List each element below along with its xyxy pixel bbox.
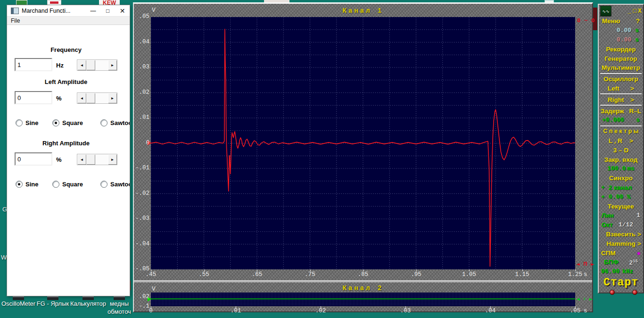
panel-text: ?	[636, 17, 640, 25]
channel1-bottom-markers[interactable]: ◄ П ►	[576, 261, 595, 267]
minimize-button[interactable]: —	[86, 8, 100, 14]
led-indicator	[632, 290, 637, 295]
oscillometer-app-icon[interactable]: ∿∿	[600, 6, 611, 17]
x-axis-label: .65	[247, 271, 267, 278]
radio-square[interactable]: Square	[52, 181, 83, 188]
x-axis-unit: s	[584, 271, 587, 278]
frequency-input[interactable]	[15, 58, 52, 71]
scroll-right-button[interactable]: ►	[108, 60, 117, 70]
panel-item-взвесить[interactable]: Взвесить>	[600, 230, 642, 239]
right-amplitude-input[interactable]	[15, 152, 52, 166]
y-axis-label: .02	[134, 293, 149, 300]
y-axis-label: 0	[134, 140, 149, 146]
panel-item-мультиметр[interactable]: Мультиметр	[600, 63, 642, 73]
panel-item-left[interactable]: Left>	[600, 84, 642, 93]
desktop-icon-label[interactable]: Калькулятор	[70, 300, 106, 308]
scroll-track[interactable]	[95, 93, 108, 103]
scroll-thumb[interactable]	[86, 93, 95, 103]
radio-circle[interactable]	[52, 181, 59, 188]
radio-circle[interactable]	[52, 119, 59, 126]
x-axis-label: .85	[353, 271, 373, 278]
radio-sawtooth[interactable]: Sawtooth	[100, 181, 130, 188]
x-axis-label: .95	[406, 271, 427, 278]
panel-item-+0000[interactable]: +0.000s	[600, 116, 642, 125]
frequency-label: Frequency	[7, 46, 125, 53]
scroll-right-button[interactable]: ►	[108, 154, 117, 165]
panel-text: kHz	[622, 268, 633, 276]
left-amplitude-input[interactable]	[15, 91, 52, 104]
panel-item-текущее[interactable]: Текущее	[600, 201, 642, 211]
panel-item-l,r[interactable]: L , R>	[600, 136, 642, 146]
channel-separator	[134, 280, 592, 282]
panel-item-синхро[interactable]: Синхро	[600, 174, 642, 183]
radio-label: Sawtooth	[110, 119, 130, 126]
desktop-icon-label[interactable]: медны обмоточ	[107, 300, 131, 316]
panel-close-button[interactable]: X	[638, 8, 642, 15]
scroll-track[interactable]	[95, 60, 108, 70]
scroll-left-button[interactable]: ◄	[77, 154, 86, 165]
x-axis-label: .05	[565, 308, 586, 314]
panel-item-бпф[interactable]: БПФ215	[600, 258, 642, 267]
panel-item-000[interactable]: 0.00s	[600, 35, 642, 45]
panel-text: Закр. вход	[604, 156, 638, 164]
scroll-thumb[interactable]	[86, 154, 95, 165]
channel1-title: Канал 1	[134, 7, 592, 15]
radio-circle[interactable]	[16, 181, 23, 188]
panel-item-спм[interactable]: СПМ●	[600, 248, 642, 258]
desktop-icon-label[interactable]: OscilloMeter	[1, 300, 35, 308]
x-axis-label: .55	[194, 271, 215, 278]
panel-item-лин[interactable]: Лин1	[600, 211, 642, 220]
panel-item-1000[interactable]: 100.0ms	[600, 164, 642, 174]
channel2-right-markers[interactable]: ◄ ♯ ►	[576, 296, 594, 301]
panel-text: БПФ	[604, 258, 619, 266]
radio-sine[interactable]: Sine	[16, 181, 38, 188]
menu-file[interactable]: File	[7, 17, 24, 24]
scroll-track[interactable]	[95, 154, 108, 165]
panel-item-000[interactable]: 0.00s	[600, 26, 642, 35]
panel-text: Осциллогр	[603, 75, 638, 83]
scroll-thumb[interactable]	[86, 60, 95, 70]
panel-item-спектры[interactable]: С п е к т р ы	[600, 127, 642, 136]
panel-item-закрвход[interactable]: Закр. вход	[600, 155, 642, 164]
panel-text: 0.00	[617, 26, 631, 34]
panel-item-+[interactable]: +2 канал	[600, 183, 642, 192]
axis-tick	[405, 306, 406, 308]
titlebar[interactable]: Marchand Functi... — □ ✕	[7, 5, 130, 17]
radio-sine[interactable]: Sine	[16, 119, 38, 126]
radio-square[interactable]: Square	[52, 119, 83, 126]
panel-text: 2 канал	[609, 184, 632, 192]
scroll-right-button[interactable]: ►	[108, 93, 117, 103]
radio-sawtooth[interactable]: Sawtooth	[100, 119, 130, 126]
desktop-icon-label[interactable]: FG - Ярлык	[37, 300, 69, 308]
panel-item-рекордер[interactable]: Рекордер	[600, 44, 642, 54]
maximize-button[interactable]: □	[100, 8, 115, 14]
channel2-title: Канал 2	[134, 285, 592, 292]
panel-item-генератор[interactable]: Генератор	[600, 54, 642, 63]
panel-text: Меню	[602, 17, 620, 25]
axis-tick	[236, 306, 236, 308]
panel-text: +	[601, 184, 605, 192]
panel-text: ●	[637, 249, 641, 257]
panel-item-right[interactable]: Right>	[600, 95, 642, 104]
scroll-left-button[interactable]: ◄	[77, 93, 86, 103]
panel-item-+[interactable]: +0.00 %	[600, 192, 642, 201]
panel-item-9600[interactable]: 96.00kHz	[600, 267, 642, 276]
desktop-label-fragment[interactable]: W	[1, 254, 7, 261]
radio-circle[interactable]	[100, 119, 107, 126]
panel-minimize-button[interactable]: _	[628, 8, 632, 15]
radio-circle[interactable]	[100, 181, 107, 188]
panel-item-hamming[interactable]: Hamming>	[600, 239, 642, 248]
channel1-top-markers[interactable]: 0 ~ 0	[577, 18, 595, 23]
scroll-left-button[interactable]: ◄	[77, 60, 86, 70]
panel-item-осциллогр[interactable]: Осциллогр	[600, 75, 642, 84]
panel-item-окт[interactable]: Окт1/12	[600, 220, 642, 230]
close-button[interactable]: ✕	[115, 7, 130, 15]
panel-item-меню[interactable]: Меню?	[600, 17, 642, 26]
panel-text: Right	[608, 96, 624, 104]
start-button[interactable]: Старт	[600, 276, 642, 289]
panel-item-задерж[interactable]: ЗадержR–L	[600, 106, 642, 116]
panel-item-3–d[interactable]: 3 – D	[600, 145, 642, 155]
panel-maximize-button[interactable]: □	[633, 8, 636, 15]
radio-circle[interactable]	[16, 119, 23, 126]
frequency-scrollbar: ◄ ►	[77, 59, 117, 71]
